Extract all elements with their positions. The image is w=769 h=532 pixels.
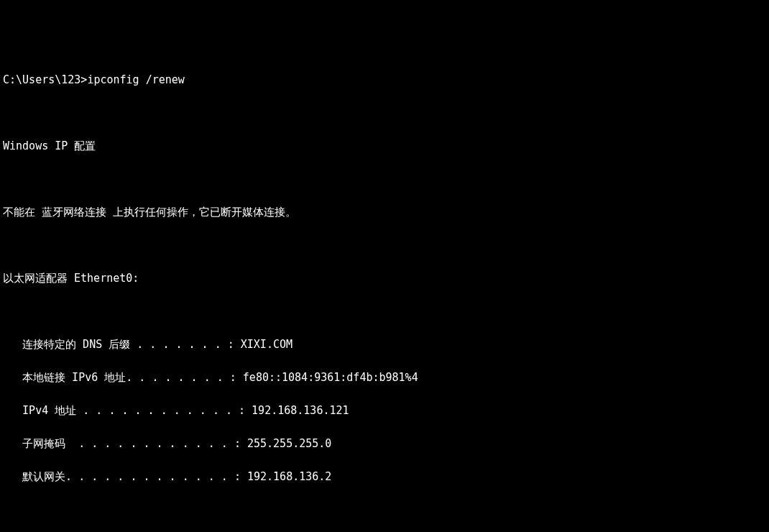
blank-line xyxy=(3,237,766,254)
ip-config-header: Windows IP 配置 xyxy=(3,138,766,155)
ethernet0-default-gateway: 默认网关. . . . . . . . . . . . . : 192.168.… xyxy=(3,469,766,485)
ethernet0-ipv4-address: IPv4 地址 . . . . . . . . . . . . : 192.16… xyxy=(3,403,766,419)
prompt-command: ipconfig /renew xyxy=(87,73,184,86)
adapter-ethernet0-title: 以太网适配器 Ethernet0: xyxy=(3,270,766,287)
command-prompt-line[interactable]: C:\Users\123>ipconfig /renew xyxy=(3,72,766,88)
blank-line xyxy=(3,303,766,320)
ethernet0-subnet-mask: 子网掩码 . . . . . . . . . . . . : 255.255.2… xyxy=(3,436,766,452)
ethernet0-link-local-ipv6: 本地链接 IPv6 地址. . . . . . . . : fe80::1084… xyxy=(3,370,766,386)
blank-line xyxy=(3,171,766,188)
error-message: 不能在 蓝牙网络连接 上执行任何操作，它已断开媒体连接。 xyxy=(3,204,766,221)
blank-line xyxy=(3,502,766,518)
blank-line xyxy=(3,105,766,121)
ethernet0-dns-suffix: 连接特定的 DNS 后缀 . . . . . . . : XIXI.COM xyxy=(3,336,766,353)
prompt-path: C:\Users\123> xyxy=(3,73,87,86)
